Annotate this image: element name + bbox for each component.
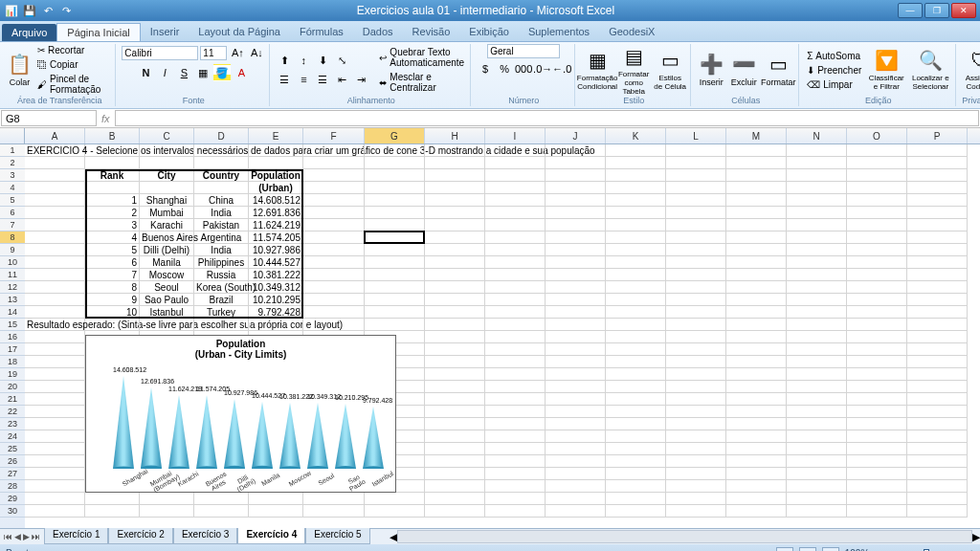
cell[interactable] (666, 294, 726, 306)
cell[interactable] (726, 194, 787, 207)
cell[interactable] (546, 219, 606, 231)
qat-redo-icon[interactable]: ↷ (58, 3, 74, 18)
column-header[interactable]: M (726, 128, 787, 143)
cell[interactable] (726, 306, 787, 319)
row-header[interactable]: 11 (0, 269, 25, 281)
row-header[interactable]: 4 (0, 182, 25, 194)
cell[interactable] (485, 231, 546, 244)
cell[interactable] (666, 406, 726, 418)
view-normal-button[interactable] (776, 547, 793, 552)
cell[interactable]: Shanghai (140, 194, 194, 207)
tab-geodesix[interactable]: GeodesiX (599, 23, 664, 41)
cell[interactable] (666, 468, 726, 480)
cell[interactable] (726, 269, 787, 281)
tab-inserir[interactable]: Inserir (141, 23, 189, 41)
cell[interactable] (666, 219, 726, 231)
cell[interactable] (425, 406, 485, 418)
cell[interactable] (726, 356, 787, 368)
cell[interactable] (140, 144, 194, 157)
cell[interactable] (546, 319, 606, 331)
cell[interactable] (365, 281, 425, 294)
cell[interactable] (485, 182, 546, 194)
cell[interactable] (726, 430, 787, 443)
fill-button[interactable]: ⬇Preencher (805, 64, 863, 77)
cell[interactable] (726, 406, 787, 418)
cell[interactable] (425, 319, 485, 331)
cell[interactable] (907, 319, 968, 331)
cell[interactable] (425, 343, 485, 356)
cell[interactable] (25, 194, 85, 207)
sheet-tab[interactable]: Exercício 4 (237, 528, 305, 544)
cell[interactable] (666, 368, 726, 381)
comma-icon[interactable]: 000 (515, 60, 532, 77)
cell[interactable]: 10.381.222 (249, 269, 303, 281)
cell[interactable] (847, 169, 907, 182)
cell[interactable] (425, 331, 485, 343)
row-header[interactable]: 25 (0, 443, 25, 455)
cell[interactable]: 12.691.836 (249, 207, 303, 219)
paste-button[interactable]: 📋Colar (8, 46, 32, 94)
cell[interactable]: Dilli (Delhi) (140, 244, 194, 256)
cell[interactable] (85, 319, 140, 331)
align-left-icon[interactable]: ☰ (276, 71, 293, 88)
cell[interactable] (25, 455, 85, 468)
conditional-formatting-button[interactable]: ▦Formatação Condicional (581, 46, 613, 94)
cell[interactable] (847, 505, 907, 518)
cell[interactable] (606, 480, 666, 493)
cell[interactable] (666, 455, 726, 468)
cell[interactable] (546, 493, 606, 505)
sheet-tab[interactable]: Exercício 5 (305, 528, 369, 544)
cell[interactable]: Country (194, 169, 249, 182)
cell[interactable] (666, 231, 726, 244)
cell[interactable] (546, 430, 606, 443)
cell[interactable] (847, 256, 907, 269)
cell[interactable] (726, 493, 787, 505)
cell[interactable] (25, 269, 85, 281)
cell[interactable] (666, 393, 726, 406)
cell[interactable] (847, 480, 907, 493)
cell[interactable] (365, 219, 425, 231)
cell[interactable]: Seoul (140, 281, 194, 294)
row-header[interactable]: 9 (0, 244, 25, 256)
cell[interactable] (546, 207, 606, 219)
cell[interactable]: 10.210.295 (249, 294, 303, 306)
cell[interactable] (546, 182, 606, 194)
autosum-button[interactable]: ΣAutoSoma (805, 50, 863, 62)
cell[interactable] (726, 231, 787, 244)
cell[interactable]: Sao Paulo (140, 294, 194, 306)
cell[interactable] (907, 343, 968, 356)
cell[interactable] (787, 269, 847, 281)
increase-decimal-icon[interactable]: .0→ (534, 60, 551, 77)
cell[interactable] (907, 443, 968, 455)
cell[interactable] (485, 468, 546, 480)
cell[interactable] (546, 256, 606, 269)
cell[interactable]: 2 (85, 207, 140, 219)
cell[interactable] (546, 231, 606, 244)
cell[interactable] (666, 493, 726, 505)
cell[interactable] (425, 455, 485, 468)
cell[interactable] (485, 207, 546, 219)
cell[interactable] (25, 418, 85, 430)
cell[interactable] (365, 244, 425, 256)
cell[interactable] (787, 207, 847, 219)
underline-button[interactable]: S (175, 64, 192, 81)
cell[interactable] (194, 493, 249, 505)
cell[interactable] (787, 182, 847, 194)
wrap-text-button[interactable]: ↩Quebrar Texto Automaticamente (377, 46, 466, 69)
cell[interactable] (847, 157, 907, 169)
cell[interactable] (303, 256, 365, 269)
cell[interactable] (194, 144, 249, 157)
cell[interactable] (666, 169, 726, 182)
cell[interactable] (606, 368, 666, 381)
cell[interactable] (485, 455, 546, 468)
cell[interactable] (787, 281, 847, 294)
cell[interactable] (365, 157, 425, 169)
cell[interactable] (847, 393, 907, 406)
cell[interactable] (606, 468, 666, 480)
cell[interactable] (666, 144, 726, 157)
cell[interactable] (847, 406, 907, 418)
cell[interactable] (425, 182, 485, 194)
cell[interactable] (546, 244, 606, 256)
tab-suplementos[interactable]: Suplementos (519, 23, 599, 41)
column-header[interactable]: J (546, 128, 606, 143)
